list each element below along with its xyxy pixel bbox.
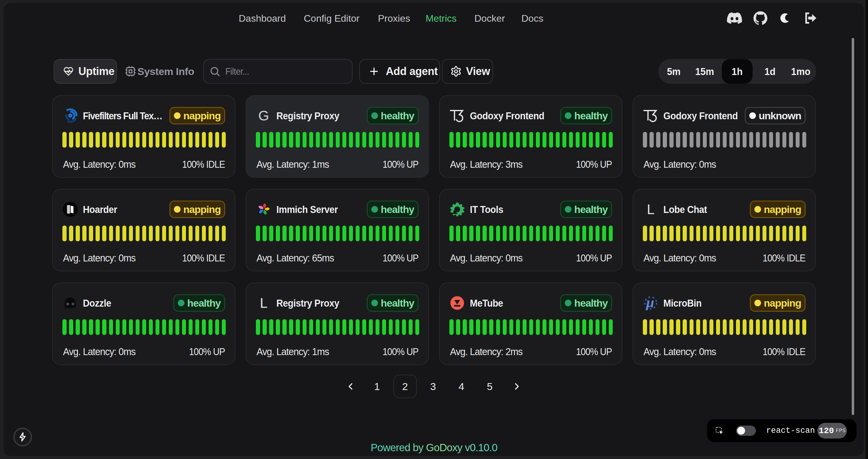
svg-text:μ: μ	[645, 295, 654, 310]
